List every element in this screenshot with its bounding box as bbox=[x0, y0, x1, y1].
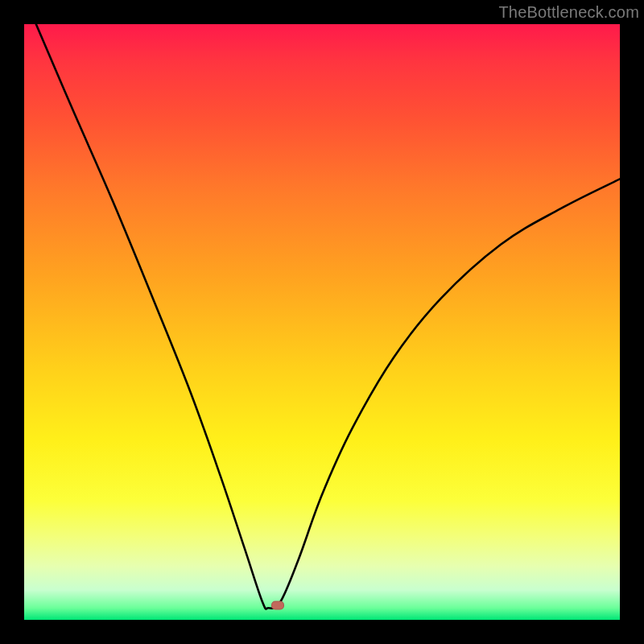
watermark-text: TheBottleneck.com bbox=[498, 3, 639, 22]
bottleneck-curve bbox=[24, 24, 620, 620]
minimum-marker bbox=[271, 601, 284, 610]
plot-area bbox=[24, 24, 620, 620]
chart-frame: TheBottleneck.com bbox=[0, 0, 644, 644]
